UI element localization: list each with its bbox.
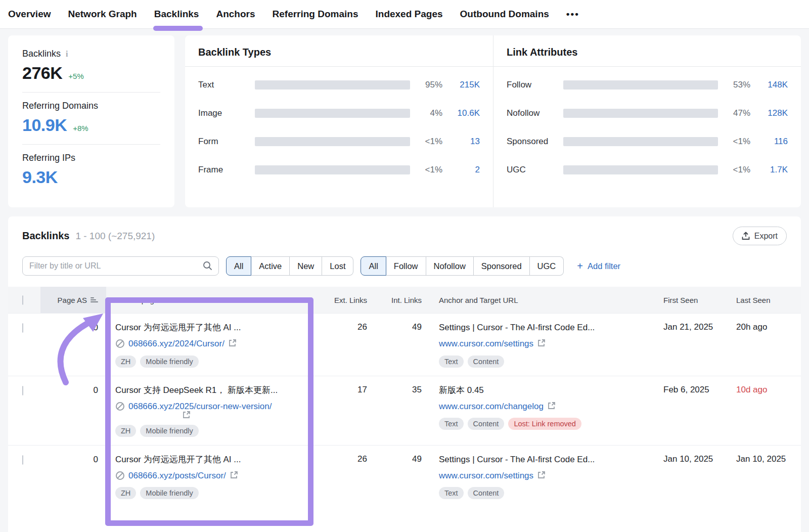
- type-filter-follow[interactable]: Follow: [386, 256, 426, 276]
- column-header-anchor[interactable]: Anchor and Target URL: [422, 296, 656, 304]
- bar-row-text: Text 95% 215K: [198, 80, 480, 90]
- table-row: 0 Cursor 为何远远甩开了其他 AI ... 068666.xyz/pos…: [8, 445, 801, 508]
- sort-icon[interactable]: [91, 297, 98, 302]
- type-filter-nofollow[interactable]: Nofollow: [426, 256, 474, 276]
- source-url-link[interactable]: 068666.xyz/2024/Cursor/: [128, 338, 224, 350]
- int-links-cell: 35: [367, 385, 422, 395]
- referring-domains-stat-delta: +8%: [73, 124, 88, 132]
- status-filter-lost[interactable]: Lost: [322, 256, 353, 276]
- external-link-icon[interactable]: [537, 471, 546, 479]
- count-link[interactable]: 10.6K: [442, 108, 480, 118]
- external-link-icon[interactable]: [537, 339, 546, 347]
- row-checkbox[interactable]: [22, 323, 23, 333]
- backlinks-stat-label: Backlinks i: [22, 49, 160, 59]
- column-header-first-seen[interactable]: First Seen: [656, 296, 731, 304]
- tab-anchors[interactable]: Anchors: [216, 1, 255, 28]
- count-link[interactable]: 2: [442, 165, 480, 175]
- export-button[interactable]: Export: [733, 227, 787, 245]
- column-header-ext-links[interactable]: Ext. Links: [323, 296, 367, 304]
- source-url-link[interactable]: 068666.xyz/2025/cursor-new-version/: [128, 401, 272, 413]
- placement-badge: Content: [468, 418, 505, 430]
- bar-row-form: Form <1% 13: [198, 137, 480, 147]
- add-filter-button[interactable]: + Add filter: [577, 261, 620, 271]
- page-as-cell: 0: [40, 385, 106, 395]
- target-url-link[interactable]: www.cursor.com/changelog: [439, 401, 544, 413]
- int-links-cell: 49: [367, 454, 422, 464]
- backlink-types-panel: Backlink Types Text 95% 215K Image 4% 10…: [185, 35, 493, 207]
- external-link-icon[interactable]: [228, 339, 237, 347]
- referring-domains-stat-label: Referring Domains: [22, 101, 160, 111]
- status-filter-new[interactable]: New: [290, 256, 322, 276]
- referring-domains-stat-value[interactable]: 10.9K: [22, 115, 67, 135]
- tab-overview[interactable]: Overview: [8, 1, 51, 28]
- more-tabs-icon[interactable]: •••: [566, 9, 579, 20]
- row-checkbox[interactable]: [22, 455, 23, 465]
- external-link-icon[interactable]: [182, 411, 191, 419]
- bar-track: [255, 165, 410, 174]
- column-header-source[interactable]: Source page Title and URL: [106, 296, 323, 304]
- bar-track: [255, 137, 410, 146]
- target-url-link[interactable]: www.cursor.com/settings: [439, 470, 533, 482]
- bar-track: [255, 109, 410, 118]
- last-seen-cell: 20h ago: [731, 322, 801, 332]
- type-filter-sponsored[interactable]: Sponsored: [474, 256, 530, 276]
- count-link[interactable]: 215K: [442, 80, 480, 90]
- mobile-friendly-tag: Mobile friendly: [140, 487, 199, 499]
- ext-links-cell: 26: [323, 454, 367, 464]
- link-attributes-panel: Link Attributes Follow 53% 148K Nofollow…: [493, 35, 801, 207]
- bar-row-image: Image 4% 10.6K: [198, 108, 480, 118]
- count-link[interactable]: 116: [750, 137, 788, 147]
- last-seen-cell: 10d ago: [731, 385, 801, 395]
- first-seen-cell: Feb 6, 2025: [656, 385, 731, 395]
- status-filter-active[interactable]: Active: [251, 256, 290, 276]
- first-seen-cell: Jan 21, 2025: [656, 322, 731, 332]
- column-header-last-seen[interactable]: Last Seen: [731, 296, 801, 304]
- divider: [22, 144, 160, 145]
- anchor-text: Settings | Cursor - The AI-first Code Ed…: [439, 322, 656, 334]
- mobile-friendly-tag: Mobile friendly: [140, 356, 199, 368]
- info-icon[interactable]: i: [66, 50, 68, 59]
- export-upload-icon: [742, 232, 750, 240]
- backlinks-stat-value: 276K: [22, 63, 62, 83]
- page-as-cell: 0: [40, 322, 106, 333]
- page-as-cell: 0: [40, 454, 106, 465]
- language-tag: ZH: [115, 425, 136, 437]
- tab-backlinks[interactable]: Backlinks: [154, 1, 199, 28]
- row-checkbox[interactable]: [22, 386, 23, 395]
- select-all-checkbox[interactable]: [22, 295, 23, 305]
- search-icon[interactable]: [202, 260, 213, 273]
- tab-indexed-pages[interactable]: Indexed Pages: [376, 1, 443, 28]
- source-url-link[interactable]: 068666.xyz/posts/Cursor/: [128, 470, 226, 482]
- tab-network-graph[interactable]: Network Graph: [68, 1, 137, 28]
- type-filter-ugc[interactable]: UGC: [530, 256, 564, 276]
- link-type-badge: Text: [439, 356, 464, 368]
- column-header-int-links[interactable]: Int. Links: [367, 296, 422, 304]
- noindex-icon: [115, 471, 125, 480]
- ext-links-cell: 26: [323, 322, 367, 332]
- overview-stats-card: Backlinks i 276K +5% Referring Domains 1…: [8, 35, 174, 207]
- mobile-friendly-tag: Mobile friendly: [140, 425, 199, 437]
- referring-ips-stat-value[interactable]: 9.3K: [22, 167, 58, 187]
- filter-input[interactable]: [22, 256, 219, 276]
- count-link[interactable]: 128K: [750, 108, 788, 118]
- external-link-icon[interactable]: [230, 471, 238, 479]
- placement-badge: Content: [468, 356, 505, 368]
- count-link[interactable]: 148K: [750, 80, 788, 90]
- bar-track: [563, 80, 718, 90]
- table-range: 1 - 100 (~275,921): [75, 231, 155, 242]
- count-link[interactable]: 1.7K: [750, 165, 788, 175]
- divider: [22, 92, 160, 93]
- tab-referring-domains[interactable]: Referring Domains: [273, 1, 358, 28]
- target-url-link[interactable]: www.cursor.com/settings: [439, 338, 533, 350]
- plus-icon: +: [577, 261, 583, 271]
- status-filter-group: All Active New Lost: [226, 256, 353, 276]
- external-link-icon[interactable]: [547, 402, 556, 410]
- int-links-cell: 49: [367, 322, 422, 332]
- status-filter-all[interactable]: All: [226, 256, 251, 276]
- source-title: Cursor 支持 DeepSeek R1， 新版本更新...: [115, 385, 323, 396]
- table-row: 0 Cursor 为何远远甩开了其他 AI ... 068666.xyz/202…: [8, 313, 801, 376]
- count-link[interactable]: 13: [442, 137, 480, 147]
- column-header-page-as[interactable]: Page AS: [40, 287, 106, 313]
- type-filter-all[interactable]: All: [361, 256, 386, 276]
- tab-outbound-domains[interactable]: Outbound Domains: [460, 1, 549, 28]
